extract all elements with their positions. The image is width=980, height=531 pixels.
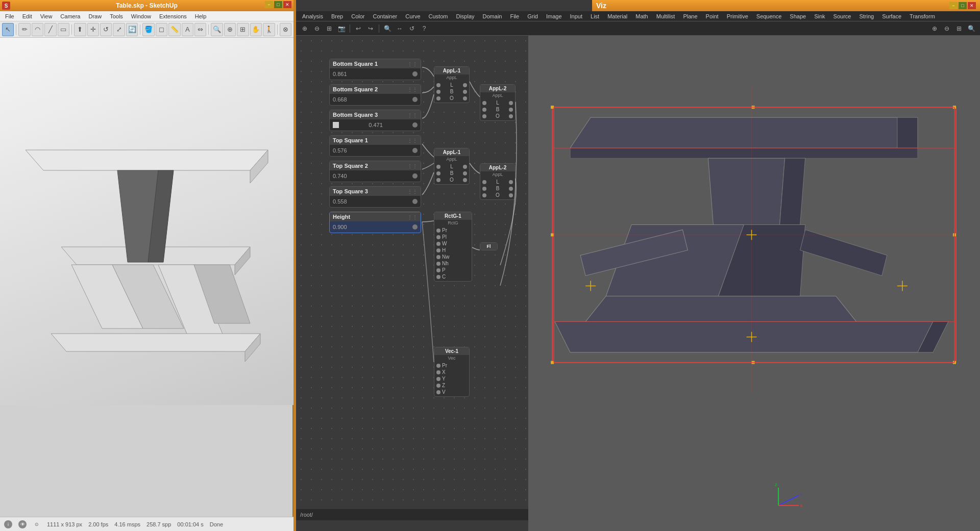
menu-view[interactable]: View xyxy=(37,11,56,21)
rotate-tool[interactable]: ↺ xyxy=(100,23,112,36)
node-top-square-3[interactable]: Top Square 3 ⋮⋮ 0.558 xyxy=(329,186,421,208)
vmenu-material[interactable]: Material xyxy=(603,11,631,21)
node-appl2-top[interactable]: AppL-2 AppL L B O xyxy=(480,84,516,121)
vmenu-file[interactable]: File xyxy=(506,11,523,21)
viz-rotate-view-btn[interactable]: ↺ xyxy=(406,23,418,34)
vmenu-shape[interactable]: Shape xyxy=(786,11,810,21)
viz-right-zoom-out[interactable]: ⊖ xyxy=(941,23,952,34)
select-tool[interactable]: ↖ xyxy=(2,23,14,36)
node-top-square-2[interactable]: Top Square 2 ⋮⋮ 0.740 xyxy=(329,161,421,182)
vmenu-surface[interactable]: Surface xyxy=(878,11,905,21)
vmenu-plane[interactable]: Plane xyxy=(679,11,701,21)
vmenu-container[interactable]: Container xyxy=(369,11,402,21)
menu-edit[interactable]: Edit xyxy=(19,11,35,21)
maximize-button[interactable]: □ xyxy=(274,1,282,8)
menu-help[interactable]: Help xyxy=(192,11,210,21)
node-bottom-square-1[interactable]: Bottom Square 1 ⋮⋮ 0.861 xyxy=(329,59,421,80)
dimension-tool[interactable]: ⇔ xyxy=(194,23,206,36)
vmenu-input[interactable]: Input xyxy=(566,11,586,21)
node-vec1[interactable]: Vec-1 Vec Pr X Y Z V xyxy=(434,347,470,397)
node-menu-icon-2[interactable]: ⋮⋮ xyxy=(407,87,418,92)
node-menu-icon[interactable]: ⋮⋮ xyxy=(407,61,418,67)
arc-tool[interactable]: ◠ xyxy=(32,23,43,36)
node-header-top-square-1[interactable]: Top Square 1 ⋮⋮ xyxy=(330,136,421,145)
vmenu-point[interactable]: Point xyxy=(702,11,723,21)
viz-minimize-button[interactable]: − xyxy=(949,2,958,9)
minimize-button[interactable]: − xyxy=(265,1,273,8)
node-header-height[interactable]: Height ⋮⋮ xyxy=(330,212,421,221)
vmenu-list[interactable]: List xyxy=(586,11,603,21)
viz-undo-btn[interactable]: ↩ xyxy=(353,23,364,34)
rect-tool[interactable]: ▭ xyxy=(58,23,69,36)
vmenu-curve[interactable]: Curve xyxy=(401,11,424,21)
vmenu-string[interactable]: String xyxy=(855,11,878,21)
vmenu-transform[interactable]: Transform xyxy=(905,11,939,21)
node-appl2-mid[interactable]: AppL-2 AppL L B O xyxy=(480,163,516,200)
viz-screenshot-btn[interactable]: 📷 xyxy=(336,23,347,34)
menu-window[interactable]: Window xyxy=(128,11,154,21)
node-fl[interactable]: Fl xyxy=(480,242,498,250)
viz-zoom-fit-btn[interactable]: ⊞ xyxy=(324,23,335,34)
viz-search-btn[interactable]: 🔍 xyxy=(382,23,393,34)
eraser-tool[interactable]: ◻ xyxy=(156,23,167,36)
vmenu-color[interactable]: Color xyxy=(347,11,369,21)
text-tool[interactable]: A xyxy=(182,23,193,36)
vmenu-display[interactable]: Display xyxy=(452,11,478,21)
vmenu-math[interactable]: Math xyxy=(631,11,652,21)
vmenu-sink[interactable]: Sink xyxy=(810,11,829,21)
viz-redo-btn[interactable]: ↪ xyxy=(365,23,376,34)
node-header-bottom-square-1[interactable]: Bottom Square 1 ⋮⋮ xyxy=(330,59,421,68)
vmenu-grid[interactable]: Grid xyxy=(523,11,542,21)
vmenu-source[interactable]: Source xyxy=(829,11,855,21)
vmenu-sequence[interactable]: Sequence xyxy=(752,11,786,21)
menu-draw[interactable]: Draw xyxy=(85,11,105,21)
pan-tool[interactable]: ✋ xyxy=(250,23,262,36)
viz-right-zoom-fit[interactable]: ⊞ xyxy=(953,23,965,34)
viz-maximize-button[interactable]: □ xyxy=(959,2,967,9)
scale-tool[interactable]: ⤢ xyxy=(113,23,125,36)
node-bottom-square-3[interactable]: Bottom Square 3 ⋮⋮ 0.471 xyxy=(329,110,421,131)
pushpull-tool[interactable]: ⬆ xyxy=(74,23,86,36)
node-menu-icon-4[interactable]: ⋮⋮ xyxy=(407,138,418,143)
close-button[interactable]: ✕ xyxy=(283,1,291,8)
menu-file[interactable]: File xyxy=(2,11,17,21)
node-menu-icon-3[interactable]: ⋮⋮ xyxy=(407,112,418,118)
node-rctg[interactable]: RctG-1 RctG Pr Pl W H Nw Nh P C xyxy=(434,212,472,282)
vmenu-analysis[interactable]: Analysis xyxy=(298,11,327,21)
node-menu-icon-5[interactable]: ⋮⋮ xyxy=(407,163,418,169)
node-top-square-1[interactable]: Top Square 1 ⋮⋮ 0.576 xyxy=(329,135,421,157)
move-tool[interactable]: ✛ xyxy=(87,23,99,36)
node-header-top-square-2[interactable]: Top Square 2 ⋮⋮ xyxy=(330,161,421,170)
paint-tool[interactable]: 🪣 xyxy=(142,23,154,36)
node-graph[interactable]: Bottom Square 1 ⋮⋮ 0.861 Bottom Square 2… xyxy=(296,36,528,520)
node-menu-icon-6[interactable]: ⋮⋮ xyxy=(407,189,418,194)
vmenu-custom[interactable]: Custom xyxy=(425,11,452,21)
viz-zoom-in-btn[interactable]: ⊕ xyxy=(299,23,310,34)
vmenu-image[interactable]: Image xyxy=(542,11,566,21)
zoom-tool[interactable]: 🔍 xyxy=(211,23,223,36)
vmenu-primitive[interactable]: Primitive xyxy=(723,11,752,21)
walk-tool[interactable]: 🚶 xyxy=(263,23,275,36)
node-header-bottom-square-2[interactable]: Bottom Square 2 ⋮⋮ xyxy=(330,85,421,94)
node-appl1-top[interactable]: AppL-1 AppL L B O xyxy=(434,66,470,103)
viz-zoom-out-btn[interactable]: ⊖ xyxy=(311,23,323,34)
zoom-extents-tool[interactable]: ⊞ xyxy=(237,23,249,36)
viz-help-btn[interactable]: ? xyxy=(419,23,430,34)
viz-pan-btn[interactable]: ↔ xyxy=(394,23,405,34)
viz-close-button[interactable]: ✕ xyxy=(968,2,976,9)
vmenu-multilist[interactable]: Multilist xyxy=(652,11,679,21)
viz-right-zoom-in[interactable]: ⊕ xyxy=(929,23,940,34)
tape-tool[interactable]: 📏 xyxy=(168,23,180,36)
vmenu-domain[interactable]: Domain xyxy=(479,11,506,21)
node-bottom-square-2[interactable]: Bottom Square 2 ⋮⋮ 0.668 xyxy=(329,84,421,106)
node-header-bottom-square-3[interactable]: Bottom Square 3 ⋮⋮ xyxy=(330,110,421,119)
line-tool[interactable]: ╱ xyxy=(44,23,56,36)
node-height[interactable]: Height ⋮⋮ 0.900 xyxy=(329,212,421,233)
viz-right-search[interactable]: 🔍 xyxy=(966,23,977,34)
menu-extensions[interactable]: Extensions xyxy=(156,11,190,21)
viewport-right[interactable]: Y X Z xyxy=(528,36,980,531)
node-appl1-mid[interactable]: AppL-1 AppL L B O xyxy=(434,148,470,185)
zoom-window-tool[interactable]: ⊕ xyxy=(224,23,236,36)
orbit-tool[interactable]: 🔄 xyxy=(126,23,138,36)
node-header-top-square-3[interactable]: Top Square 3 ⋮⋮ xyxy=(330,187,421,196)
